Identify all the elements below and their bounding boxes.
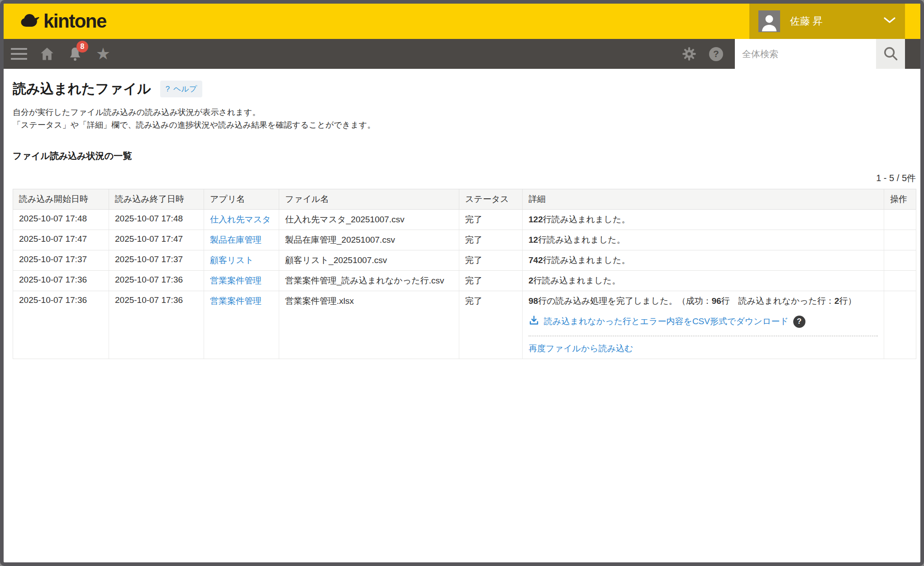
summary-text: 行）	[839, 296, 857, 306]
app-link[interactable]: 顧客リスト	[210, 255, 253, 265]
end-time-cell: 2025-10-07 17:36	[109, 270, 204, 291]
action-cell	[884, 209, 916, 230]
failed-rows-count: 2	[834, 296, 839, 306]
detail-cell: 122行読み込まれました。	[523, 209, 884, 230]
status-cell: 完了	[459, 250, 523, 270]
detail-text: 行読み込まれました。	[538, 235, 625, 245]
detail-cell: 12行読み込まれました。	[523, 230, 884, 250]
user-menu[interactable]: 佐藤 昇	[749, 4, 905, 39]
detail-divider	[529, 336, 878, 336]
detail-row-count: 122	[529, 215, 543, 224]
end-time-cell: 2025-10-07 17:48	[109, 209, 204, 230]
app-window: kintone 佐藤 昇	[0, 0, 924, 566]
start-time-cell: 2025-10-07 17:36	[13, 270, 109, 291]
col-header-file-name: ファイル名	[279, 189, 459, 209]
search-icon	[882, 45, 899, 63]
start-time-cell: 2025-10-07 17:48	[13, 209, 109, 230]
description-line-2: 「ステータス」や「詳細」欄で、読み込みの進捗状況や読み込み結果を確認することがで…	[13, 119, 913, 132]
detail-text: 行読み込まれました。	[543, 255, 630, 265]
user-name: 佐藤 昇	[790, 14, 883, 28]
cloud-logo-icon	[20, 13, 41, 30]
action-cell	[884, 270, 916, 291]
pagination-count: 1 - 5 / 5件	[13, 172, 916, 184]
file-name-cell: 顧客リスト_20251007.csv	[279, 250, 459, 270]
user-avatar-icon	[758, 10, 780, 32]
col-header-end-time: 読み込み終了日時	[109, 189, 204, 209]
detail-text: 行読み込まれました。	[533, 276, 621, 285]
file-name-cell: 仕入れ先マスタ_20251007.csv	[279, 209, 459, 230]
file-name-cell: 製品在庫管理_20251007.csv	[279, 230, 459, 250]
download-icon	[529, 315, 539, 328]
status-cell: 完了	[459, 230, 523, 250]
favorites-star-icon[interactable]: ★	[94, 43, 112, 64]
col-header-start-time: 読み込み開始日時	[13, 189, 109, 209]
action-cell	[884, 230, 916, 250]
col-header-app-name: アプリ名	[204, 189, 279, 209]
nav-right-cluster: ?	[680, 39, 920, 69]
question-icon: ?	[166, 85, 170, 94]
app-name-cell: 営業案件管理	[204, 270, 279, 291]
page-header: 読み込まれたファイル ? ヘルプ	[13, 80, 913, 98]
table-row: 2025-10-07 17:36 2025-10-07 17:36 営業案件管理…	[13, 291, 916, 359]
page-description: 自分が実行したファイル読み込みの読み込み状況が表示されます。 「ステータス」や「…	[13, 106, 913, 132]
nav-bar: 8 ★	[4, 39, 920, 69]
logo-wordmark: kintone	[43, 10, 106, 32]
start-time-cell: 2025-10-07 17:37	[13, 250, 109, 270]
status-cell: 完了	[459, 270, 523, 291]
app-name-cell: 営業案件管理	[204, 291, 279, 359]
start-time-cell: 2025-10-07 17:36	[13, 291, 109, 359]
page-content: 読み込まれたファイル ? ヘルプ 自分が実行したファイル読み込みの読み込み状況が…	[4, 69, 920, 359]
table-row: 2025-10-07 17:37 2025-10-07 17:37 顧客リスト …	[13, 250, 916, 270]
search-button[interactable]	[876, 39, 905, 69]
import-summary: 98行の読み込み処理を完了しました。（成功：96行 読み込まれなかった行：2行）	[529, 295, 878, 307]
notifications-bell-icon[interactable]: 8	[66, 43, 84, 64]
end-time-cell: 2025-10-07 17:37	[109, 250, 204, 270]
help-label: ヘルプ	[173, 84, 197, 94]
app-link[interactable]: 仕入れ先マスタ	[210, 215, 271, 224]
section-title: ファイル読み込み状況の一覧	[13, 150, 913, 162]
global-search	[735, 39, 905, 69]
table-row: 2025-10-07 17:47 2025-10-07 17:47 製品在庫管理…	[13, 230, 916, 250]
status-cell: 完了	[459, 291, 523, 359]
download-error-csv-link[interactable]: 読み込まれなかった行とエラー内容をCSV形式でダウンロード	[544, 316, 789, 327]
action-cell	[884, 250, 916, 270]
page-help-link[interactable]: ? ヘルプ	[160, 81, 203, 97]
end-time-cell: 2025-10-07 17:47	[109, 230, 204, 250]
search-input[interactable]	[735, 39, 876, 69]
table-header-row: 読み込み開始日時 読み込み終了日時 アプリ名 ファイル名 ステータス 詳細 操作	[13, 189, 916, 209]
action-cell	[884, 291, 916, 359]
description-line-1: 自分が実行したファイル読み込みの読み込み状況が表示されます。	[13, 106, 913, 119]
detail-text: 行読み込まれました。	[543, 215, 630, 224]
summary-text: 行の読み込み処理を完了しました。（成功：	[538, 296, 712, 306]
detail-row-count: 2	[529, 276, 533, 285]
total-rows-count: 98	[529, 296, 538, 306]
col-header-status: ステータス	[459, 189, 523, 209]
app-link[interactable]: 営業案件管理	[210, 296, 262, 306]
success-rows-count: 96	[712, 296, 721, 306]
help-icon[interactable]: ?	[709, 47, 723, 61]
file-name-cell: 営業案件管理_読み込まれなかった行.csv	[279, 270, 459, 291]
start-time-cell: 2025-10-07 17:47	[13, 230, 109, 250]
settings-gear-icon[interactable]	[680, 43, 698, 64]
chevron-down-icon	[883, 17, 896, 26]
col-header-action: 操作	[884, 189, 916, 209]
retry-import-link[interactable]: 再度ファイルから読み込む	[529, 344, 633, 353]
detail-cell: 98行の読み込み処理を完了しました。（成功：96行 読み込まれなかった行：2行）…	[523, 291, 884, 359]
kintone-logo[interactable]: kintone	[4, 10, 106, 32]
status-cell: 完了	[459, 209, 523, 230]
detail-row-count: 12	[529, 235, 538, 245]
table-row: 2025-10-07 17:48 2025-10-07 17:48 仕入れ先マス…	[13, 209, 916, 230]
notification-badge: 8	[76, 41, 88, 53]
download-help-icon[interactable]: ?	[793, 316, 805, 328]
app-name-cell: 仕入れ先マスタ	[204, 209, 279, 230]
app-link[interactable]: 営業案件管理	[210, 276, 262, 285]
app-name-cell: 製品在庫管理	[204, 230, 279, 250]
home-icon[interactable]	[38, 43, 56, 64]
app-link[interactable]: 製品在庫管理	[210, 235, 262, 245]
top-bar: kintone 佐藤 昇	[4, 4, 920, 39]
page-title: 読み込まれたファイル	[13, 80, 151, 98]
import-status-table: 読み込み開始日時 読み込み終了日時 アプリ名 ファイル名 ステータス 詳細 操作…	[13, 189, 916, 359]
hamburger-menu-icon[interactable]	[10, 43, 28, 64]
end-time-cell: 2025-10-07 17:36	[109, 291, 204, 359]
table-row: 2025-10-07 17:36 2025-10-07 17:36 営業案件管理…	[13, 270, 916, 291]
